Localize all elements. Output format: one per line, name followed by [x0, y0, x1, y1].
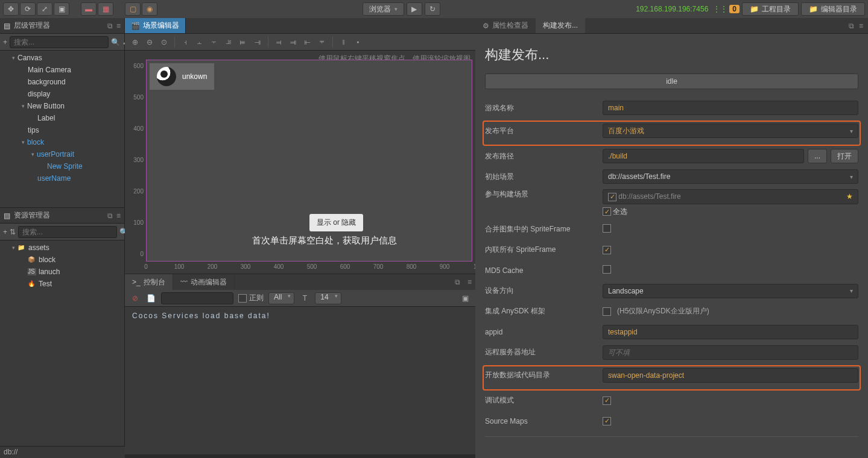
open-button[interactable]: 打开 — [831, 149, 858, 163]
menu-icon[interactable]: ≡ — [464, 274, 475, 290]
assets-tree[interactable]: 📁assets📦blockJSlanuch🔥Test — [0, 240, 124, 458]
regex-checkbox[interactable]: 正则 — [238, 293, 264, 303]
tree-item[interactable]: New Sprite — [0, 160, 124, 172]
rect-tool-icon[interactable]: ▣ — [54, 2, 69, 16]
align-top-icon[interactable]: ⫡ — [222, 36, 235, 48]
debug-checkbox[interactable] — [603, 397, 611, 405]
tree-item[interactable]: block — [0, 136, 124, 148]
tree-item[interactable]: background — [0, 76, 124, 88]
project-dir-button[interactable]: 📁工程目录 — [742, 2, 799, 16]
align-right-icon[interactable]: ⫟ — [207, 36, 221, 48]
hierarchy-search-input[interactable] — [10, 36, 109, 48]
browse-button[interactable]: ... — [808, 149, 827, 163]
menu-icon[interactable]: ≡ — [116, 212, 121, 220]
tab-console[interactable]: >_控制台 — [125, 274, 173, 290]
tab-scene-editor[interactable]: 🎬场景编辑器 — [125, 18, 186, 33]
tree-item[interactable]: tips — [0, 124, 124, 136]
connection-count: 0 — [729, 5, 740, 13]
server-address: 192.168.199.196:7456 — [636, 5, 708, 13]
align-tool-b-icon[interactable]: ▦ — [98, 2, 113, 16]
popout-icon[interactable]: ⧉ — [451, 274, 464, 290]
hierarchy-tree[interactable]: CanvasMain CamerabackgrounddisplayNew Bu… — [0, 51, 124, 207]
menu-icon[interactable]: ≡ — [116, 22, 121, 30]
add-icon[interactable]: + — [3, 38, 7, 46]
asset-item[interactable]: 📦block — [0, 254, 124, 266]
console-panel: >_控制台 〰动画编辑器 ⧉ ≡ ⊘ 📄 正则 All T 14 ▣ Cocos… — [125, 274, 475, 454]
source-maps-checkbox[interactable] — [603, 417, 611, 425]
tree-item[interactable]: Label — [0, 112, 124, 124]
anysdk-checkbox[interactable] — [603, 307, 611, 316]
inline-sf-checkbox[interactable] — [603, 246, 611, 254]
align-tool-a-icon[interactable]: ▬ — [81, 2, 97, 16]
scale-tool-icon[interactable]: ⤢ — [37, 2, 52, 16]
popout-icon[interactable]: ⧉ — [107, 22, 113, 30]
toggle-button[interactable]: 显示 or 隐藏 — [309, 214, 363, 231]
scene-checkbox[interactable] — [608, 193, 616, 201]
log-level-select[interactable]: All — [268, 292, 294, 304]
popout-icon[interactable]: ⧉ — [107, 212, 113, 220]
editor-dir-button[interactable]: 📁编辑器目录 — [801, 2, 865, 16]
popout-icon[interactable]: ⧉ — [849, 22, 854, 30]
zoom-fit-icon[interactable]: ⊙ — [157, 36, 171, 48]
init-scene-select[interactable]: db://assets/Test.fire — [603, 169, 858, 184]
dist-v2-icon[interactable]: ⫧ — [315, 36, 329, 48]
console-filter-input[interactable] — [161, 292, 233, 304]
tree-item[interactable]: New Button — [0, 100, 124, 112]
merge-sf-checkbox[interactable] — [603, 224, 611, 233]
tree-item[interactable]: Main Camera — [0, 64, 124, 76]
rotate-tool-icon[interactable]: ⟳ — [20, 2, 36, 16]
font-size-select[interactable]: 14 — [315, 292, 341, 304]
zoom-in-icon[interactable]: ⊕ — [128, 36, 142, 48]
tree-item[interactable]: Canvas — [0, 52, 124, 64]
tree-item[interactable]: userPortrait — [0, 148, 124, 160]
collapse-icon[interactable]: ▣ — [460, 294, 470, 303]
asset-item[interactable]: 📁assets — [0, 242, 124, 254]
menu-icon[interactable]: ≡ — [859, 22, 863, 30]
wifi-status: ⋮⋮0 — [713, 5, 740, 13]
folder-icon: 📁 — [17, 244, 26, 251]
tab-properties[interactable]: ⚙属性检查器 — [475, 18, 536, 33]
scene-canvas[interactable]: 使用鼠标右键平移视窗焦点，使用滚轮缩放视图 600500400300200100… — [125, 51, 475, 274]
tab-build[interactable]: 构建发布... — [536, 18, 585, 33]
select-all-checkbox[interactable] — [603, 207, 611, 216]
align-center-h-icon[interactable]: ⫠ — [193, 36, 206, 48]
snap-b-icon[interactable]: ⦁ — [351, 36, 364, 48]
dist-h2-icon[interactable]: ⫦ — [301, 36, 314, 48]
device-tool-b-icon[interactable]: ◉ — [142, 2, 157, 16]
remote-url-input[interactable] — [603, 345, 858, 360]
align-left-icon[interactable]: ⫞ — [179, 36, 192, 48]
appid-input[interactable] — [603, 325, 858, 339]
hierarchy-icon: ▤ — [4, 22, 10, 30]
label-orientation: 设备方向 — [485, 286, 603, 296]
sort-icon[interactable]: ⇅ — [10, 228, 16, 236]
align-bottom-icon[interactable]: ⫣ — [251, 36, 264, 48]
game-name-input[interactable] — [603, 101, 858, 115]
snap-a-icon[interactable]: ⦀ — [337, 36, 350, 48]
align-middle-icon[interactable]: ⫢ — [236, 36, 250, 48]
md5-checkbox[interactable] — [603, 265, 611, 274]
open-data-input[interactable] — [603, 368, 858, 383]
play-button[interactable]: ▶ — [407, 2, 422, 16]
add-icon[interactable]: + — [3, 228, 7, 236]
asset-item[interactable]: JSlanuch — [0, 266, 124, 278]
search-icon[interactable]: 🔍 — [111, 38, 120, 46]
zoom-out-icon[interactable]: ⊖ — [143, 36, 156, 48]
build-path-input[interactable] — [603, 149, 804, 163]
scene-list[interactable]: db://assets/Test.fire ★ — [603, 189, 858, 204]
device-tool-a-icon[interactable]: ▢ — [125, 2, 141, 16]
tree-item[interactable]: userName — [0, 172, 124, 184]
footer-path: db:// — [0, 446, 125, 458]
assets-search-input[interactable] — [18, 226, 117, 238]
dist-v-icon[interactable]: ⫥ — [287, 36, 300, 48]
move-tool-icon[interactable]: ✥ — [3, 2, 19, 16]
platform-select[interactable]: 百度小游戏 — [603, 124, 858, 138]
tree-item[interactable]: display — [0, 88, 124, 100]
orientation-select[interactable]: Landscape — [603, 284, 858, 298]
clear-console-icon[interactable]: ⊘ — [130, 294, 141, 303]
asset-item[interactable]: 🔥Test — [0, 278, 124, 290]
refresh-button[interactable]: ↻ — [425, 2, 440, 16]
tab-animation[interactable]: 〰动画编辑器 — [173, 274, 235, 290]
log-file-icon[interactable]: 📄 — [145, 294, 156, 303]
preview-target-dropdown[interactable]: 浏览器▾ — [363, 2, 404, 16]
dist-h-icon[interactable]: ⫤ — [272, 36, 285, 48]
